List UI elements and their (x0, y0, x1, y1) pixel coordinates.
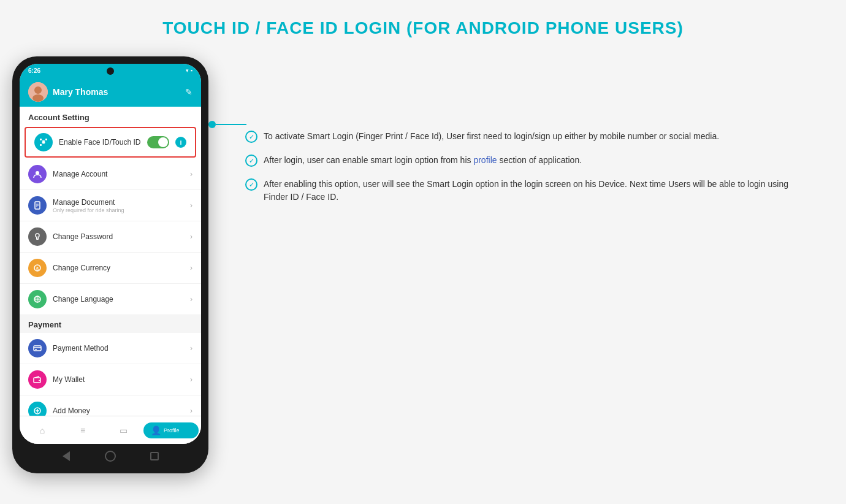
annotation-item-3: ✓ After enabling this option, user will … (245, 178, 809, 204)
menu-row-manage-document[interactable]: Manage Document Only required for ride s… (20, 190, 201, 221)
svg-point-1 (34, 86, 42, 94)
back-triangle-icon (63, 451, 70, 461)
recent-button[interactable] (148, 450, 161, 462)
annotation-item-2: ✓ After login, user can enable smart log… (245, 154, 809, 167)
change-password-label: Change Password (53, 232, 184, 241)
menu-row-change-currency[interactable]: $ Change Currency › (20, 253, 201, 284)
payment-method-text: Payment Method (53, 344, 184, 353)
svg-rect-24 (35, 349, 37, 350)
wallet-nav-icon: ▭ (120, 426, 128, 435)
change-currency-label: Change Currency (53, 264, 184, 272)
menu-row-my-wallet[interactable]: My Wallet › (20, 364, 201, 395)
info-button[interactable]: i (175, 137, 186, 148)
back-button[interactable] (60, 450, 72, 462)
connector (208, 121, 246, 128)
svg-point-15 (37, 237, 38, 239)
add-money-icon (28, 402, 47, 416)
app-header: Mary Thomas ✎ (20, 77, 201, 107)
chevron-icon: › (190, 264, 192, 272)
svg-rect-4 (45, 139, 47, 140)
face-id-row[interactable]: Enable Face ID/Touch ID i (25, 127, 196, 158)
chevron-icon: › (190, 407, 192, 415)
svg-rect-5 (40, 144, 42, 146)
screen-content[interactable]: Account Setting Enable Face ID/Touc (20, 107, 201, 416)
manage-account-label: Manage Account (53, 170, 184, 178)
my-wallet-text: My Wallet (53, 375, 184, 384)
home-icon: ⌂ (40, 426, 45, 435)
menu-row-add-money[interactable]: Add Money › (20, 395, 201, 416)
add-money-label: Add Money (53, 407, 184, 415)
edit-icon[interactable]: ✎ (185, 87, 192, 97)
annotation-text-3: After enabling this option, user will se… (264, 178, 809, 204)
svg-rect-7 (42, 140, 45, 141)
check-icon-2: ✓ (245, 155, 257, 167)
manage-document-label: Manage Document (53, 198, 184, 207)
user-info: Mary Thomas (28, 82, 108, 102)
nav-profile[interactable]: 👤 Profile (143, 422, 199, 438)
face-id-toggle[interactable] (147, 136, 169, 148)
profile-nav-label: Profile (164, 427, 180, 433)
add-money-text: Add Money (53, 407, 184, 415)
nav-home[interactable]: ⌂ (22, 426, 63, 435)
change-currency-text: Change Currency (53, 264, 184, 272)
bottom-nav: ⌂ ≡ ▭ 👤 Profile (20, 416, 201, 444)
annotation-item-1: ✓ To activate Smart Login (Finger Print … (245, 130, 809, 143)
chevron-icon: › (190, 170, 192, 178)
connector-dot (208, 121, 216, 128)
phone-mockup: 6:26 ▾ ▪ Mary Thomas (12, 56, 208, 473)
svg-rect-22 (34, 346, 41, 351)
my-wallet-label: My Wallet (53, 375, 184, 384)
menu-row-change-password[interactable]: Change Password › (20, 221, 201, 253)
nav-bookings[interactable]: ≡ (63, 426, 103, 435)
chevron-icon: › (190, 295, 192, 304)
face-id-label: Enable Face ID/Touch ID (59, 138, 141, 147)
bookings-icon: ≡ (80, 426, 85, 435)
nav-wallet[interactable]: ▭ (103, 426, 143, 435)
change-password-icon (28, 227, 47, 246)
toggle-knob (158, 137, 168, 147)
menu-row-payment-method[interactable]: Payment Method › (20, 333, 201, 364)
svg-point-8 (36, 171, 39, 175)
change-currency-icon: $ (28, 259, 47, 277)
home-button[interactable] (104, 450, 116, 462)
annotation-text-1: To activate Smart Login (Finger Print / … (264, 130, 719, 143)
menu-row-change-language[interactable]: Change Language › (20, 284, 201, 315)
check-icon-1: ✓ (245, 131, 257, 143)
change-language-icon (28, 290, 47, 308)
payment-method-icon (28, 339, 47, 357)
chevron-icon: › (190, 344, 192, 353)
svg-point-26 (39, 380, 40, 381)
status-icons: ▾ ▪ (186, 67, 192, 74)
home-circle-icon (105, 451, 116, 462)
manage-document-subtext: Only required for ride sharing (53, 207, 184, 213)
phone-screen: 6:26 ▾ ▪ Mary Thomas (20, 64, 201, 444)
annotation-list: ✓ To activate Smart Login (Finger Print … (245, 130, 809, 204)
avatar (28, 82, 48, 102)
svg-text:$: $ (36, 267, 39, 272)
check-icon-3: ✓ (245, 178, 257, 191)
page-title: TOUCH ID / FACE ID LOGIN (FOR ANDROID PH… (162, 18, 684, 38)
face-id-text-container: Enable Face ID/Touch ID (59, 138, 141, 147)
payment-section-header: Payment (20, 315, 201, 333)
profile-link: profile (473, 155, 497, 165)
manage-document-icon (28, 196, 47, 215)
status-time: 6:26 (28, 67, 40, 74)
manage-document-text: Manage Document Only required for ride s… (53, 198, 184, 213)
user-name: Mary Thomas (53, 87, 108, 97)
recent-square-icon (150, 452, 159, 460)
manage-account-icon (28, 165, 47, 183)
my-wallet-icon (28, 370, 47, 389)
manage-account-text: Manage Account (53, 170, 184, 178)
svg-point-6 (42, 141, 45, 144)
camera-notch (107, 67, 114, 75)
chevron-icon: › (190, 232, 192, 241)
wifi-icon: ▾ (186, 67, 189, 74)
profile-icon: 👤 (151, 426, 161, 435)
change-language-label: Change Language (53, 295, 184, 304)
main-content: 6:26 ▾ ▪ Mary Thomas (12, 56, 834, 473)
face-id-icon (34, 133, 53, 151)
chevron-icon: › (190, 201, 192, 210)
svg-point-2 (32, 94, 44, 102)
menu-row-manage-account[interactable]: Manage Account › (20, 159, 201, 190)
annotation-area: ✓ To activate Smart Login (Finger Print … (208, 56, 834, 216)
